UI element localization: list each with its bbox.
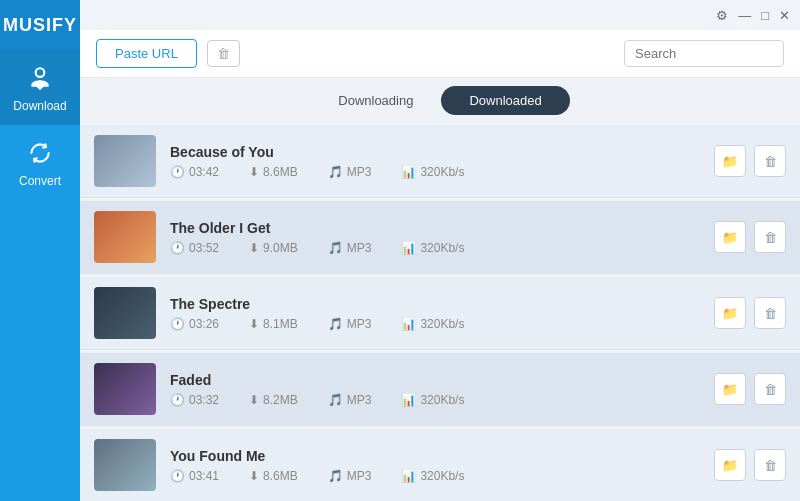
duration-meta: 🕐 03:26: [170, 317, 219, 331]
duration-value: 03:42: [189, 165, 219, 179]
download-size-icon: ⬇: [249, 241, 259, 255]
song-meta: 🕐 03:32 ⬇ 8.2MB 🎵 MP3 📊 320Kb/s: [170, 393, 700, 407]
open-folder-button[interactable]: 📁: [714, 145, 746, 177]
open-folder-button[interactable]: 📁: [714, 373, 746, 405]
sidebar-item-download[interactable]: Download: [0, 50, 80, 125]
close-icon[interactable]: ✕: [779, 8, 790, 23]
download-size-icon: ⬇: [249, 317, 259, 331]
main-area: ⚙ — □ ✕ Paste URL 🗑 Downloading Download…: [80, 0, 800, 501]
sidebar: MUSIFY Download Convert: [0, 0, 80, 501]
duration-value: 03:32: [189, 393, 219, 407]
duration-value: 03:41: [189, 469, 219, 483]
download-label: Download: [13, 99, 66, 113]
song-thumbnail: [94, 287, 156, 339]
song-meta: 🕐 03:26 ⬇ 8.1MB 🎵 MP3 📊 320Kb/s: [170, 317, 700, 331]
format-meta: 🎵 MP3: [328, 393, 372, 407]
song-info: Because of You 🕐 03:42 ⬇ 8.6MB 🎵 MP3 📊 3…: [170, 144, 700, 179]
bitrate-value: 320Kb/s: [420, 317, 464, 331]
size-meta: ⬇ 9.0MB: [249, 241, 298, 255]
clock-icon: 🕐: [170, 393, 185, 407]
size-value: 8.1MB: [263, 317, 298, 331]
song-meta: 🕐 03:42 ⬇ 8.6MB 🎵 MP3 📊 320Kb/s: [170, 165, 700, 179]
clear-button[interactable]: 🗑: [207, 40, 240, 67]
quality-icon: 📊: [401, 469, 416, 483]
duration-meta: 🕐 03:52: [170, 241, 219, 255]
download-size-icon: ⬇: [249, 469, 259, 483]
format-value: MP3: [347, 393, 372, 407]
file-icon: 🎵: [328, 241, 343, 255]
download-size-icon: ⬇: [249, 393, 259, 407]
song-title: The Older I Get: [170, 220, 700, 236]
format-value: MP3: [347, 241, 372, 255]
table-row: The Older I Get 🕐 03:52 ⬇ 9.0MB 🎵 MP3 📊 …: [80, 201, 800, 274]
delete-song-button[interactable]: 🗑: [754, 297, 786, 329]
bitrate-value: 320Kb/s: [420, 393, 464, 407]
duration-value: 03:52: [189, 241, 219, 255]
duration-value: 03:26: [189, 317, 219, 331]
delete-song-button[interactable]: 🗑: [754, 449, 786, 481]
song-meta: 🕐 03:52 ⬇ 9.0MB 🎵 MP3 📊 320Kb/s: [170, 241, 700, 255]
maximize-icon[interactable]: □: [761, 8, 769, 23]
size-meta: ⬇ 8.6MB: [249, 469, 298, 483]
size-meta: ⬇ 8.2MB: [249, 393, 298, 407]
open-folder-button[interactable]: 📁: [714, 297, 746, 329]
duration-meta: 🕐 03:41: [170, 469, 219, 483]
file-icon: 🎵: [328, 393, 343, 407]
song-actions: 📁 🗑: [714, 449, 786, 481]
clock-icon: 🕐: [170, 469, 185, 483]
song-actions: 📁 🗑: [714, 145, 786, 177]
song-thumbnail: [94, 439, 156, 491]
clock-icon: 🕐: [170, 317, 185, 331]
format-meta: 🎵 MP3: [328, 165, 372, 179]
song-thumbnail: [94, 135, 156, 187]
song-actions: 📁 🗑: [714, 221, 786, 253]
search-input[interactable]: [624, 40, 784, 67]
song-meta: 🕐 03:41 ⬇ 8.6MB 🎵 MP3 📊 320Kb/s: [170, 469, 700, 483]
tab-downloaded[interactable]: Downloaded: [441, 86, 569, 115]
download-size-icon: ⬇: [249, 165, 259, 179]
settings-icon[interactable]: ⚙: [716, 8, 728, 23]
bitrate-value: 320Kb/s: [420, 241, 464, 255]
format-value: MP3: [347, 469, 372, 483]
download-icon: [24, 62, 56, 94]
duration-meta: 🕐 03:32: [170, 393, 219, 407]
song-thumbnail: [94, 363, 156, 415]
bitrate-meta: 📊 320Kb/s: [401, 241, 464, 255]
file-icon: 🎵: [328, 317, 343, 331]
format-value: MP3: [347, 317, 372, 331]
open-folder-button[interactable]: 📁: [714, 221, 746, 253]
delete-song-button[interactable]: 🗑: [754, 221, 786, 253]
tabs-bar: Downloading Downloaded: [80, 78, 800, 122]
song-info: The Older I Get 🕐 03:52 ⬇ 9.0MB 🎵 MP3 📊 …: [170, 220, 700, 255]
delete-song-button[interactable]: 🗑: [754, 373, 786, 405]
table-row: You Found Me 🕐 03:41 ⬇ 8.6MB 🎵 MP3 📊 320…: [80, 429, 800, 501]
table-row: The Spectre 🕐 03:26 ⬇ 8.1MB 🎵 MP3 📊 320K…: [80, 277, 800, 350]
quality-icon: 📊: [401, 317, 416, 331]
song-thumbnail: [94, 211, 156, 263]
song-actions: 📁 🗑: [714, 297, 786, 329]
open-folder-button[interactable]: 📁: [714, 449, 746, 481]
song-info: You Found Me 🕐 03:41 ⬇ 8.6MB 🎵 MP3 📊 320…: [170, 448, 700, 483]
quality-icon: 📊: [401, 241, 416, 255]
size-meta: ⬇ 8.6MB: [249, 165, 298, 179]
bitrate-meta: 📊 320Kb/s: [401, 317, 464, 331]
app-logo: MUSIFY: [0, 0, 80, 50]
paste-url-button[interactable]: Paste URL: [96, 39, 197, 68]
quality-icon: 📊: [401, 393, 416, 407]
size-value: 8.2MB: [263, 393, 298, 407]
file-icon: 🎵: [328, 165, 343, 179]
tab-downloading[interactable]: Downloading: [310, 86, 441, 115]
song-title: The Spectre: [170, 296, 700, 312]
bitrate-meta: 📊 320Kb/s: [401, 469, 464, 483]
toolbar: Paste URL 🗑: [80, 30, 800, 78]
bitrate-meta: 📊 320Kb/s: [401, 393, 464, 407]
minimize-icon[interactable]: —: [738, 8, 751, 23]
convert-icon: [24, 137, 56, 169]
sidebar-item-convert[interactable]: Convert: [0, 125, 80, 200]
clock-icon: 🕐: [170, 165, 185, 179]
delete-song-button[interactable]: 🗑: [754, 145, 786, 177]
convert-label: Convert: [19, 174, 61, 188]
size-meta: ⬇ 8.1MB: [249, 317, 298, 331]
bitrate-value: 320Kb/s: [420, 469, 464, 483]
size-value: 9.0MB: [263, 241, 298, 255]
